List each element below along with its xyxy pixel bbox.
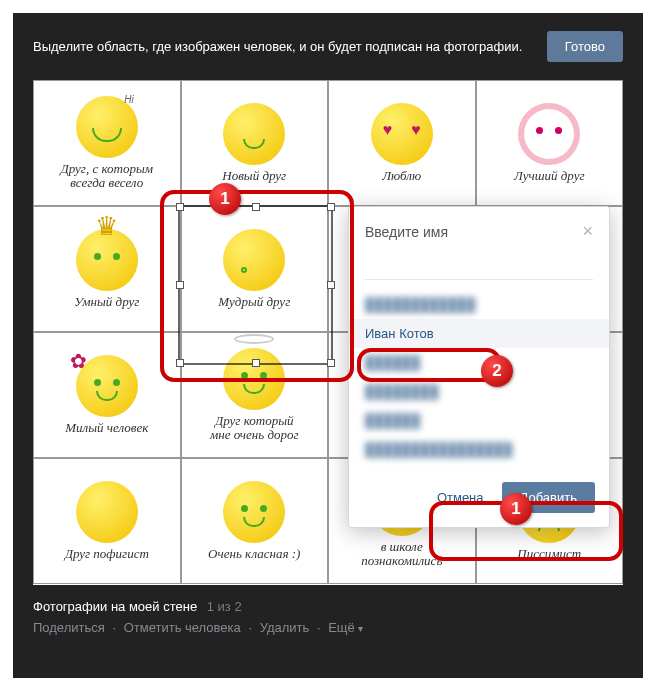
cancel-button[interactable]: Отмена xyxy=(429,484,492,511)
laughing-emoji-icon: Hi xyxy=(76,96,138,158)
tile-cute-person: ✿ Милый человек xyxy=(33,332,181,458)
tile-love: ♥♥ Люблю xyxy=(328,80,476,206)
tag-person-link[interactable]: Отметить человека xyxy=(124,620,241,635)
suggestion-item[interactable]: ██████ xyxy=(349,406,609,435)
share-link[interactable]: Поделиться xyxy=(33,620,105,635)
tag-person-popup: Введите имя × ████████████ Иван Котов ██… xyxy=(348,206,610,528)
suggestion-item[interactable]: ████████████████ xyxy=(349,435,609,464)
suggestion-item-selected[interactable]: Иван Котов xyxy=(349,319,609,348)
photo-counter: 1 из 2 xyxy=(207,599,242,614)
close-icon[interactable]: × xyxy=(582,221,593,242)
suggestions-list: ████████████ Иван Котов ██████ ████████ … xyxy=(349,286,609,470)
delete-link[interactable]: Удалить xyxy=(260,620,310,635)
tag-instruction-bar: Выделите область, где изображен человек,… xyxy=(13,13,643,80)
tile-dear-friend: Друг который мне очень дорог xyxy=(181,332,329,458)
heart-eyes-emoji-icon: ♥♥ xyxy=(371,103,433,165)
tile-new-friend: Новый друг xyxy=(181,80,329,206)
tongue-emoji-icon xyxy=(223,103,285,165)
photo-meta: Фотографии на моей стене 1 из 2 Поделить… xyxy=(13,585,643,635)
photo-viewer: Выделите область, где изображен человек,… xyxy=(13,13,643,678)
tile-very-cool: Очень класная :) xyxy=(181,458,329,584)
more-link[interactable]: Ещё ▾ xyxy=(328,620,363,635)
cute-emoji-icon xyxy=(518,103,580,165)
suggestion-item[interactable]: ████████ xyxy=(349,377,609,406)
tile-careless-friend: Друг пофигист xyxy=(33,458,181,584)
tile-best-friend: Лучший друг xyxy=(476,80,624,206)
bow-emoji-icon: ✿ xyxy=(76,355,138,417)
crown-emoji-icon: ♛ xyxy=(76,229,138,291)
tile-wise-friend: Мудрый друг xyxy=(181,206,329,332)
popup-title: Введите имя xyxy=(365,224,448,240)
halo-emoji-icon xyxy=(223,348,285,410)
suggestion-item[interactable]: ████████████ xyxy=(349,290,609,319)
chevron-down-icon: ▾ xyxy=(358,623,363,634)
smile-emoji-icon xyxy=(223,481,285,543)
instruction-text: Выделите область, где изображен человек,… xyxy=(33,39,535,54)
tile-fun-friend: Hi Друг, с которым всегда весело xyxy=(33,80,181,206)
album-title[interactable]: Фотографии на моей стене xyxy=(33,599,197,614)
add-button[interactable]: Добавить xyxy=(502,482,595,513)
done-button[interactable]: Готово xyxy=(547,31,623,62)
kiss-emoji-icon xyxy=(223,229,285,291)
tile-smart-friend: ♛ Умный друг xyxy=(33,206,181,332)
suggestion-item[interactable]: ██████ xyxy=(349,348,609,377)
name-input[interactable] xyxy=(365,252,593,280)
plain-emoji-icon xyxy=(76,481,138,543)
